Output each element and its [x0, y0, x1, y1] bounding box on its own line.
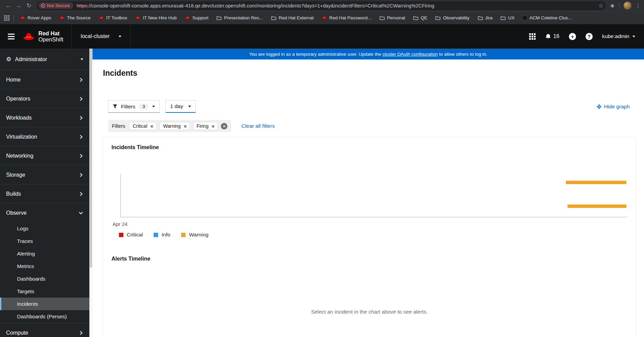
folder-icon [216, 16, 222, 20]
sidebar-items: HomeOperatorsWorkloadsVirtualizationNetw… [0, 70, 89, 337]
sidebar-item-home[interactable]: Home [0, 70, 89, 89]
hide-graph-button[interactable]: Hide graph [597, 104, 630, 110]
folder-icon [435, 16, 440, 20]
brand-line1: Red Hat [38, 30, 63, 36]
sidebar-item-targets[interactable]: Targets [0, 285, 89, 298]
address-bar[interactable]: Not Secure https://console-openshift-con… [37, 1, 606, 10]
sidebar-nav: ⚙ Administrator HomeOperatorsWorkloadsVi… [0, 49, 92, 337]
apps-grid-icon[interactable] [4, 15, 10, 21]
bookmark-it-new-hire-hub[interactable]: IT New Hire Hub [135, 15, 177, 20]
time-range-select[interactable]: 1 day [166, 100, 196, 113]
main-area: You are logged in as a temporary adminis… [92, 49, 644, 337]
redhat-fedora-icon [22, 32, 35, 41]
x-axis-line [120, 217, 627, 217]
redhat-icon [99, 16, 104, 20]
redhat-icon [185, 16, 190, 20]
user-menu[interactable]: kube:admin [602, 33, 635, 39]
sidebar-item-incidents[interactable]: Incidents [0, 298, 89, 310]
sidebar-item-compute[interactable]: Compute [0, 323, 89, 337]
sidebar-item-dashboards-perses[interactable]: Dashboards (Perses) [0, 310, 89, 323]
url-scheme: https [77, 3, 87, 8]
chip-list: Critical×Warning×Firing× [129, 122, 218, 130]
bookmark-support[interactable]: Support [185, 15, 208, 20]
toolbar-divider [619, 3, 620, 9]
reload-icon[interactable]: ↻ [24, 1, 34, 10]
sidebar-item-dashboards[interactable]: Dashboards [0, 272, 89, 285]
temp-admin-banner: You are logged in as a temporary adminis… [92, 49, 644, 59]
sidebar-item-operators[interactable]: Operators [0, 89, 89, 108]
app-launcher-icon[interactable] [529, 33, 536, 40]
bookmarks-bar: Rover AppsThe SourceIT ToolboxIT New Hir… [0, 11, 644, 24]
folder-icon [271, 16, 276, 20]
sidebar-item-observe[interactable]: Observe [0, 203, 89, 222]
notification-count: 16 [553, 33, 559, 39]
bookmark-it-toolbox[interactable]: IT Toolbox [99, 15, 127, 20]
bookmark-red-hat-password[interactable]: Red Hat Password... [322, 15, 371, 20]
bookmark-observability[interactable]: Observability [435, 15, 469, 20]
extensions-icon[interactable] [610, 3, 615, 8]
bookmark-jira[interactable]: Jira [478, 15, 493, 20]
chevron-down-icon [632, 36, 635, 37]
notifications-bell[interactable]: 16 [545, 33, 559, 40]
sidebar-item-alerting[interactable]: Alerting [0, 247, 89, 260]
chevron-down-icon [188, 106, 191, 107]
chip-group-close-icon[interactable]: × [221, 123, 227, 129]
sidebar-item-virtualization[interactable]: Virtualization [0, 127, 89, 146]
bookmark-rover-apps[interactable]: Rover Apps [20, 15, 51, 20]
oauth-config-link[interactable]: cluster OAuth configuration [382, 52, 438, 57]
sidebar-item-networking[interactable]: Networking [0, 146, 89, 165]
chip-remove-icon[interactable]: × [211, 124, 214, 129]
import-yaml-icon[interactable]: + [569, 33, 576, 40]
chevron-right-icon [79, 192, 83, 196]
cluster-selector-value: local-cluster [81, 33, 109, 39]
sidebar-scrollbar[interactable] [89, 49, 92, 337]
active-filters-row: Filters Critical×Warning×Firing× × Clear… [108, 120, 636, 132]
browser-profile-avatar[interactable] [624, 2, 631, 10]
filter-chip-group: Filters Critical×Warning×Firing× × [108, 120, 231, 132]
url-text: https://console-openshift-console.apps.e… [77, 3, 434, 8]
x-axis-tick-label: Apr 24 [112, 221, 127, 227]
chevron-down-icon [81, 58, 83, 60]
chevron-right-icon [79, 96, 83, 101]
perspective-switcher[interactable]: ⚙ Administrator [0, 49, 89, 70]
bookmark-red-hat-external[interactable]: Red Hat External [271, 15, 314, 20]
clear-all-filters-link[interactable]: Clear all filters [241, 123, 275, 129]
redhat-openshift-logo[interactable]: Red Hat OpenShift [22, 30, 71, 43]
sidebar-item-traces[interactable]: Traces [0, 235, 89, 247]
chevron-down-expanded-icon [79, 211, 83, 215]
help-icon[interactable]: ? [586, 33, 593, 40]
chip-remove-icon[interactable]: × [184, 124, 187, 129]
security-label: Not Secure [47, 3, 70, 8]
chart-legend: CriticalInfoWarning [119, 232, 627, 238]
sidebar-item-storage[interactable]: Storage [0, 165, 89, 184]
sidebar-item-builds[interactable]: Builds [0, 184, 89, 203]
bookmarks-divider [14, 15, 14, 21]
sidebar-item-logs[interactable]: Logs [0, 222, 89, 235]
legend-item-warning: Warning [181, 232, 208, 238]
filter-chip-warning: Warning× [160, 122, 190, 130]
bookmark-presentation-res[interactable]: Presentation Res... [216, 15, 263, 20]
filters-dropdown[interactable]: Filters 3 [108, 100, 160, 113]
browser-menu-icon[interactable]: ⋮ [636, 3, 641, 9]
sidebar-item-metrics[interactable]: Metrics [0, 260, 89, 272]
bookmark-acm-coletive-clus[interactable]: ACM Coletive Clus... [523, 15, 572, 20]
bookmark-qe[interactable]: QE [413, 15, 428, 20]
bookmark-the-source[interactable]: The Source [59, 15, 91, 20]
bookmark-ux[interactable]: UX [501, 15, 515, 20]
browser-toolbar: ← → ↻ Not Secure https://console-openshi… [0, 0, 644, 11]
chip-remove-icon[interactable]: × [150, 124, 153, 129]
filters-count-badge: 3 [139, 104, 149, 109]
incident-bar-warning-1[interactable] [568, 205, 626, 208]
redhat-icon [135, 16, 140, 20]
chevron-right-icon [79, 116, 83, 120]
hamburger-menu-icon[interactable] [0, 34, 22, 39]
forward-icon[interactable]: → [14, 1, 24, 10]
bookmark-personal[interactable]: Personal [380, 15, 405, 20]
back-icon[interactable]: ← [3, 1, 14, 10]
cluster-selector[interactable]: local-cluster [71, 24, 130, 49]
sidebar-item-workloads[interactable]: Workloads [0, 108, 89, 127]
not-secure-chip[interactable]: Not Secure [38, 2, 73, 9]
bookmark-star-icon[interactable]: ☆ [598, 2, 604, 9]
filter-chip-firing: Firing× [193, 122, 218, 130]
incident-bar-warning-0[interactable] [566, 181, 626, 184]
